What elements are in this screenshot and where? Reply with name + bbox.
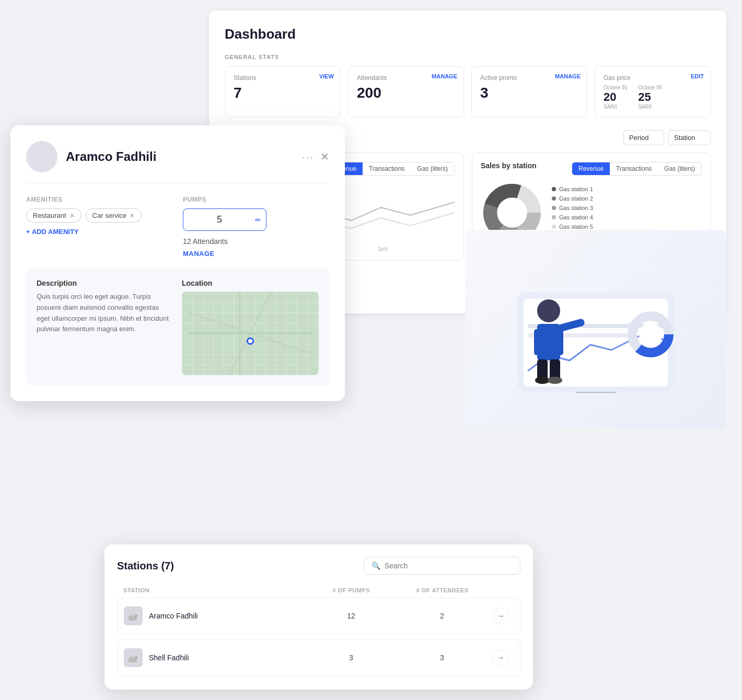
pumps-input[interactable] [183,208,266,231]
pumps-value-1: 12 [306,612,397,620]
search-input[interactable] [385,562,513,570]
row-arrow-1[interactable]: → [492,608,509,624]
svg-rect-35 [130,656,134,658]
attendants-count: 12 Attendants [183,237,329,246]
remove-restaurant-button[interactable]: ✕ [69,212,75,219]
svg-rect-30 [129,616,135,621]
station-name-cell-1: Aramco Fadhili [124,606,306,625]
stations-label: Stations [234,74,332,81]
modal-title-row: Aramco Fadhili [26,141,156,172]
station-name-2: Shell Fadhili [149,654,189,662]
svg-point-29 [248,339,252,343]
attendees-value-1: 2 [397,612,488,620]
attendants-manage-link[interactable]: MANAGE [432,73,457,79]
remove-car-service-button[interactable]: ✕ [130,212,135,219]
stat-card-attendants: MANAGE Attendants 200 [348,66,464,118]
octane91-unit: SAR/l [604,104,628,110]
amenity-tags: Restaurant ✕ Car service ✕ [26,208,172,223]
svg-rect-17 [534,329,543,355]
promo-manage-link[interactable]: MANAGE [555,73,581,79]
station-modal: Aramco Fadhili ··· ✕ Amenities Restauran… [10,125,345,401]
table-header: STATION # OF PUMPS # OF ATTENDEES [117,583,520,598]
col-action [488,587,514,593]
modal-header: Aramco Fadhili ··· ✕ [26,141,329,172]
sales-by-station-tabs: Revenue Transactions Gas (liters) [572,162,702,176]
legend-item-5: Gas station 5 [552,224,593,230]
octane95-unit: SAR/l [638,104,662,110]
edit-pumps-icon[interactable]: ✏ [255,216,261,224]
octane95-name: Octane 95 [638,85,662,90]
svg-rect-31 [130,614,134,616]
amenities-label: Amenities [26,196,172,203]
col-attendees: # OF ATTENDEES [397,587,489,593]
pumps-label: Pumps [183,196,329,203]
stations-panel-header: Stations (7) 🔍 [117,557,520,575]
general-stats-label: GENERAL STATS [225,54,711,60]
map-placeholder [182,291,319,375]
col-pumps: # OF PUMPS [306,587,397,593]
svg-rect-32 [135,615,137,617]
modal-title: Aramco Fadhili [66,149,156,164]
location-label: Location [182,279,319,287]
svg-rect-36 [135,657,137,659]
svg-point-15 [537,299,560,322]
close-button[interactable]: ✕ [320,150,329,163]
octane91-value: 20 [604,90,628,104]
col-station: STATION [123,587,306,593]
more-options-button[interactable]: ··· [302,151,314,163]
dashboard-title: Dashboard [225,26,711,42]
gas-price-label: Gas price [604,74,702,81]
desc-location-grid: Description Quis turpis orci leo eget au… [26,269,329,386]
legend-item-3: Gas station 3 [552,205,593,211]
illustration-area [465,230,726,428]
stat-card-gas: EDIT Gas price Octane 91 20 SAR/l Octane… [595,66,711,118]
search-bar: 🔍 [364,557,520,575]
add-amenity-button[interactable]: + ADD AMENITY [26,228,172,236]
svg-rect-34 [129,658,135,662]
sbs-tab-transactions[interactable]: Transactions [610,162,658,175]
location-section: Location [182,279,319,375]
stations-panel-title: Stations (7) [117,560,174,572]
description-text: Quis turpis orci leo eget augue. Turpis … [37,291,173,335]
filter-group: Period Station [623,130,711,145]
octane91-name: Octane 91 [604,85,628,90]
pumps-value-2: 3 [306,654,397,662]
modal-actions: ··· ✕ [302,150,329,163]
svg-point-22 [548,377,562,384]
svg-rect-18 [554,329,563,355]
period-select[interactable]: Period [623,130,664,145]
legend-item-4: Gas station 4 [552,214,593,220]
station-thumbnail-2 [124,648,143,667]
svg-point-5 [500,200,525,225]
description-section: Description Quis turpis orci leo eget au… [37,279,173,375]
gas-price-row: Octane 91 20 SAR/l Octane 95 25 SAR/l [604,85,702,110]
pumps-section: Pumps ✏ 12 Attendants MANAGE [183,196,329,258]
stat-card-stations: VIEW Stations 7 [225,66,341,118]
pumps-input-wrap: ✏ [183,208,266,231]
legend-item-1: Gas station 1 [552,186,593,192]
dashboard-illustration [486,240,705,418]
tab-gas-liters[interactable]: Gas (liters) [411,162,454,175]
manage-attendants-link[interactable]: MANAGE [183,250,215,258]
station-name-1: Aramco Fadhili [149,612,198,620]
sbs-tab-gas-liters[interactable]: Gas (liters) [658,162,701,175]
map-roads [182,291,319,375]
legend-item-2: Gas station 2 [552,195,593,202]
promo-value: 3 [480,85,578,101]
stations-view-link[interactable]: VIEW [319,73,334,79]
amenity-tag-car-service: Car service ✕ [86,208,142,223]
modal-divider [26,183,329,183]
search-icon: 🔍 [372,562,380,570]
station-select[interactable]: Station [668,130,711,145]
gas-edit-link[interactable]: EDIT [691,73,704,79]
stats-row: VIEW Stations 7 MANAGE Attendants 200 MA… [225,66,711,118]
sales-by-station-header: Sales by station Revenue Transactions Ga… [481,161,702,176]
row-arrow-2[interactable]: → [492,649,509,666]
table-row: Aramco Fadhili 12 2 → [117,598,520,634]
station-thumbnail-1 [124,606,143,625]
tab-transactions[interactable]: Transactions [363,162,411,175]
octane95-value: 25 [638,90,662,104]
octane95-type: Octane 95 25 SAR/l [638,85,662,110]
table-row: Shell Fadhili 3 3 → [117,639,520,676]
sbs-tab-revenue[interactable]: Revenue [572,162,610,175]
